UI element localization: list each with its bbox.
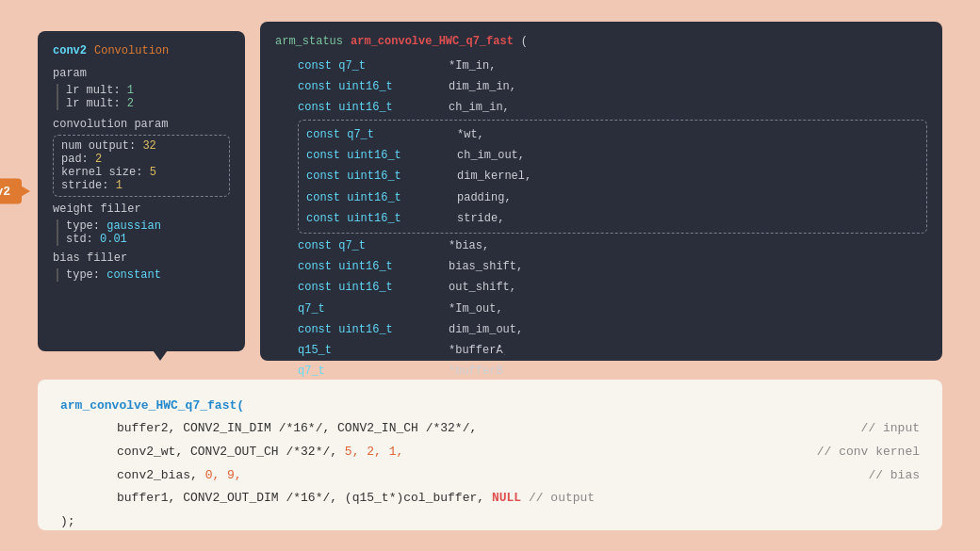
param-buffera-type: q15_t	[298, 340, 449, 361]
code-line2: conv2_wt, CONV2_OUT_CH /*32*/, 5, 2, 1, …	[60, 441, 920, 464]
param-buffera-name: *bufferA,	[449, 340, 927, 361]
bias-filler-label: bias filler	[53, 251, 230, 265]
left-card-title: Convolution	[94, 44, 169, 57]
code-close: );	[60, 510, 920, 534]
type-gauss: type: gaussian	[66, 219, 230, 233]
left-card-tag: conv2	[53, 44, 87, 57]
param-dim-im-in-type: const uint16_t	[298, 76, 449, 97]
param-out-shift-type: const uint16_t	[298, 277, 449, 298]
weight-filler-label: weight filler	[53, 203, 230, 216]
func-title-row: arm_status arm_convolve_HWC_q7_fast (	[275, 35, 927, 48]
lr-mult-1: lr mult: 1	[66, 84, 230, 97]
left-card: conv2 Convolution param lr mult: 1 lr mu…	[38, 31, 245, 351]
param-bias-name: *bias,	[449, 235, 927, 256]
conv-param-label: convolution param	[53, 118, 230, 131]
param-ch-im-in-name: ch_im_in,	[449, 97, 927, 118]
param-im-out-type: q7_t	[298, 299, 449, 319]
param-im-out-name: *Im_out,	[449, 299, 927, 319]
param-dim-im-in-name: dim_im_in,	[449, 76, 927, 97]
std: std: 0.01	[66, 233, 230, 246]
arrows-row	[38, 361, 942, 372]
kernel-size: kernel size: 5	[61, 166, 221, 179]
arrow-down-left	[151, 348, 170, 361]
code-line3: conv2_bias, 0, 9, // bias	[60, 464, 920, 488]
pad: pad: 2	[61, 153, 221, 166]
lr-mult-2: lr mult: 2	[66, 97, 230, 110]
type-const: type: constant	[66, 268, 230, 282]
param-im-in-type: const q7_t	[298, 56, 449, 76]
arrow-down-right	[499, 348, 518, 361]
stride: stride: 1	[61, 179, 221, 192]
conv-param-box: num output: 32 pad: 2 kernel size: 5 str…	[53, 135, 230, 197]
params-grid: const q7_t *Im_in, const uint16_t dim_im…	[275, 56, 927, 382]
dotted-param-group: const q7_t *wt, const uint16_t ch_im_out…	[298, 118, 927, 235]
param-out-shift-name: out_shift,	[449, 277, 927, 298]
param-dim-im-out-name: dim_im_out,	[449, 319, 927, 340]
code-line1: buffer2, CONV2_IN_DIM /*16*/, CONV2_IN_C…	[60, 417, 920, 441]
bottom-card: arm_convolve_HWC_q7_fast( buffer2, CONV2…	[38, 380, 942, 530]
code-line4: buffer1, CONV2_OUT_DIM /*16*/, (q15_t*)c…	[60, 487, 920, 510]
param-bias-type: const q7_t	[298, 235, 449, 256]
param-ch-im-in-type: const uint16_t	[298, 97, 449, 118]
right-card: arm_status arm_convolve_HWC_q7_fast ( co…	[260, 22, 942, 361]
param-bias-shift-name: bias_shift,	[449, 256, 927, 277]
func-name: arm_convolve_HWC_q7_fast	[351, 35, 514, 48]
arm-status-label: arm_status	[275, 35, 343, 48]
param-label: param	[53, 67, 230, 80]
param-im-in-name: *Im_in,	[449, 56, 927, 76]
code-func-line: arm_convolve_HWC_q7_fast(	[60, 395, 920, 418]
num-output: num output: 32	[61, 139, 221, 153]
param-bias-shift-type: const uint16_t	[298, 256, 449, 277]
param-dim-im-out-type: const uint16_t	[298, 319, 449, 340]
